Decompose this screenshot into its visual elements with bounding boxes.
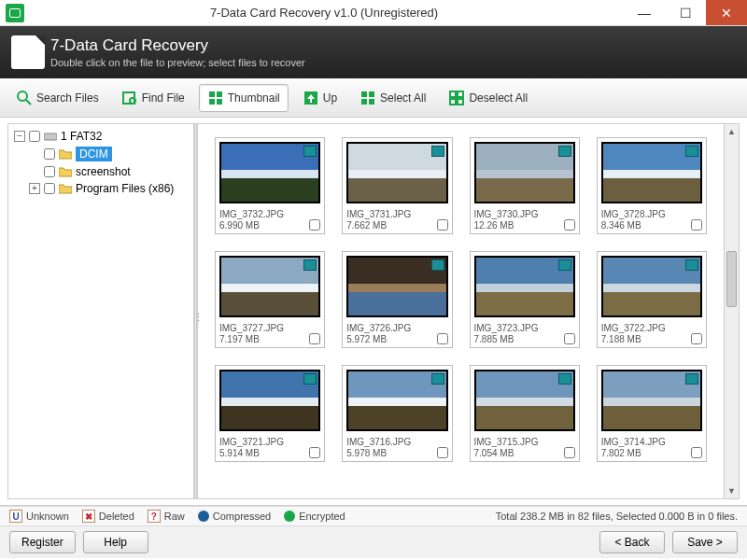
thumbnail-image[interactable] xyxy=(474,256,575,317)
thumbnail-image[interactable] xyxy=(219,256,320,317)
file-size: 7.188 MB xyxy=(601,334,641,344)
image-badge-icon xyxy=(558,259,571,271)
image-badge-icon xyxy=(685,373,698,385)
thumbnail-item[interactable]: IMG_3726.JPG5.972 MB xyxy=(342,251,452,348)
save-button[interactable]: Save > xyxy=(672,531,738,553)
thumbnail-item[interactable]: IMG_3728.JPG8.346 MB xyxy=(597,137,707,234)
maximize-button[interactable]: ☐ xyxy=(665,0,706,25)
window-title: 7-Data Card Recovery v1.0 (Unregistered) xyxy=(24,6,624,20)
scrollbar-handle[interactable] xyxy=(726,251,737,307)
minimize-button[interactable]: — xyxy=(624,0,665,25)
tree-item-checkbox[interactable] xyxy=(44,183,55,194)
up-button[interactable]: Up xyxy=(294,84,345,112)
file-size: 7.054 MB xyxy=(474,448,514,458)
search-files-button[interactable]: Search Files xyxy=(7,84,107,112)
select-all-icon xyxy=(359,90,376,106)
legend-encrypted: Encrypted xyxy=(284,511,345,522)
image-badge-icon xyxy=(303,259,317,271)
file-checkbox[interactable] xyxy=(691,447,702,458)
tree-item-checkbox[interactable] xyxy=(44,166,55,177)
thumbnail-item[interactable]: IMG_3727.JPG7.197 MB xyxy=(215,251,325,348)
thumbnail-item[interactable]: IMG_3714.JPG7.802 MB xyxy=(597,365,707,462)
file-size: 7.662 MB xyxy=(346,220,387,231)
legend-unknown: UUnknown xyxy=(9,510,69,523)
thumbnail-image[interactable] xyxy=(601,256,702,317)
vertical-scrollbar[interactable]: ▲ ▼ xyxy=(724,124,739,498)
svg-rect-10 xyxy=(369,91,374,97)
tree-item[interactable]: DCIM xyxy=(27,145,191,163)
close-button[interactable]: ✕ xyxy=(706,0,747,25)
svg-rect-4 xyxy=(209,91,215,97)
file-name: IMG_3716.JPG xyxy=(346,437,447,447)
file-checkbox[interactable] xyxy=(437,219,448,231)
app-icon xyxy=(6,4,24,22)
expand-icon[interactable]: + xyxy=(29,183,40,194)
thumbnail-button[interactable]: Thumbnail xyxy=(199,84,289,112)
file-size: 6.990 MB xyxy=(219,220,260,231)
thumbnail-image[interactable] xyxy=(474,142,575,203)
thumbnail-image[interactable] xyxy=(346,142,447,203)
help-button[interactable]: Help xyxy=(83,531,148,553)
file-name: IMG_3722.JPG xyxy=(601,323,702,333)
file-name: IMG_3731.JPG xyxy=(346,209,447,219)
svg-point-0 xyxy=(18,91,27,101)
thumbnail-item[interactable]: IMG_3723.JPG7.885 MB xyxy=(470,251,580,348)
folder-tree[interactable]: − 1 FAT32 DCIMscreenshot+Program Files (… xyxy=(7,123,194,499)
thumbnail-image[interactable] xyxy=(219,142,320,203)
tree-item[interactable]: screenshot xyxy=(27,163,191,180)
thumbnail-image[interactable] xyxy=(474,370,575,431)
file-name: IMG_3726.JPG xyxy=(346,323,447,333)
file-checkbox[interactable] xyxy=(309,447,320,458)
thumbnail-item[interactable]: IMG_3715.JPG7.054 MB xyxy=(470,365,580,462)
tree-item[interactable]: +Program Files (x86) xyxy=(27,180,191,197)
image-badge-icon xyxy=(431,259,444,271)
file-name: IMG_3728.JPG xyxy=(601,209,702,219)
thumbnail-item[interactable]: IMG_3731.JPG7.662 MB xyxy=(342,137,452,234)
thumbnail-item[interactable]: IMG_3732.JPG6.990 MB xyxy=(215,137,325,234)
select-all-label: Select All xyxy=(380,91,426,105)
thumbnail-item[interactable]: IMG_3722.JPG7.188 MB xyxy=(597,251,707,348)
thumbnail-image[interactable] xyxy=(219,370,320,431)
status-text: Total 238.2 MB in 82 files, Selected 0.0… xyxy=(496,511,738,522)
tree-item-label: screenshot xyxy=(76,165,131,178)
select-all-button[interactable]: Select All xyxy=(351,84,434,112)
thumbnail-item[interactable]: IMG_3716.JPG5.978 MB xyxy=(342,365,452,462)
file-checkbox[interactable] xyxy=(564,219,575,231)
legend-compressed: Compressed xyxy=(198,511,271,522)
tree-root-label: 1 FAT32 xyxy=(61,130,102,143)
back-button[interactable]: < Back xyxy=(599,531,665,553)
find-file-button[interactable]: Find File xyxy=(113,84,193,112)
folder-icon xyxy=(59,183,72,194)
file-checkbox[interactable] xyxy=(691,219,702,231)
file-checkbox[interactable] xyxy=(309,219,320,231)
thumbnail-item[interactable]: IMG_3721.JPG5.914 MB xyxy=(215,365,325,462)
register-button[interactable]: Register xyxy=(9,531,76,553)
up-label: Up xyxy=(323,91,337,105)
file-checkbox[interactable] xyxy=(437,447,448,458)
file-checkbox[interactable] xyxy=(564,447,575,458)
thumbnail-item[interactable]: IMG_3730.JPG12.26 MB xyxy=(470,137,580,234)
collapse-icon[interactable]: − xyxy=(14,131,25,142)
footer: Register Help < Back Save > xyxy=(0,526,747,558)
image-badge-icon xyxy=(685,259,698,271)
scroll-down-icon[interactable]: ▼ xyxy=(725,483,739,498)
file-size: 7.802 MB xyxy=(601,448,641,458)
thumbnail-image[interactable] xyxy=(601,142,702,203)
file-checkbox[interactable] xyxy=(564,333,575,344)
tree-root[interactable]: − 1 FAT32 xyxy=(12,128,191,145)
file-checkbox[interactable] xyxy=(691,333,702,344)
deselect-all-button[interactable]: Deselect All xyxy=(440,84,536,112)
thumbnail-icon xyxy=(207,90,224,106)
tree-item-checkbox[interactable] xyxy=(44,148,55,160)
thumbnail-image[interactable] xyxy=(601,370,702,431)
scroll-up-icon[interactable]: ▲ xyxy=(725,124,739,139)
file-checkbox[interactable] xyxy=(309,333,320,344)
deselect-all-label: Deselect All xyxy=(469,91,528,105)
image-badge-icon xyxy=(558,373,571,385)
file-checkbox[interactable] xyxy=(437,333,448,344)
tree-root-checkbox[interactable] xyxy=(29,131,40,142)
thumbnail-image[interactable] xyxy=(346,256,447,317)
file-name: IMG_3730.JPG xyxy=(474,209,575,219)
sd-card-icon xyxy=(11,35,45,69)
thumbnail-image[interactable] xyxy=(346,370,447,431)
